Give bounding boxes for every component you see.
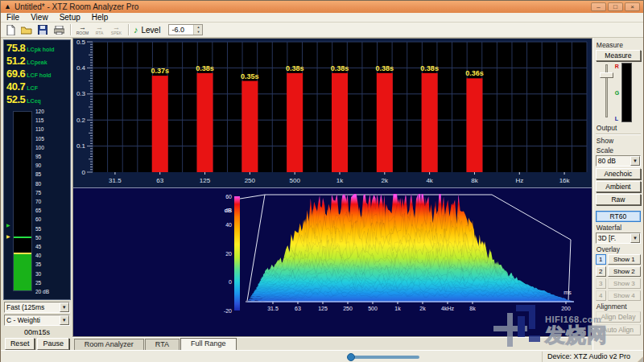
rt60-bar-chart[interactable]: 00.10.20.30.40.531.5631252505001k2k4k8kH… <box>73 39 592 187</box>
meter-scale-label: 70 <box>35 199 41 204</box>
meter-peak-line <box>14 237 31 238</box>
y-axis-label: 0.2 <box>76 117 86 124</box>
mode-spek-button[interactable]: → SPEK <box>109 23 124 36</box>
menu-bar: File View Setup Help <box>1 13 643 23</box>
x-axis-label: 250 <box>244 177 255 184</box>
chevron-down-icon[interactable]: ▼ <box>630 156 640 166</box>
meter-scale-label: 120 <box>35 109 44 114</box>
rt60-bar <box>287 73 303 172</box>
chevron-down-icon[interactable]: ▼ <box>60 302 69 312</box>
mode-room-button[interactable]: → ROOM <box>75 23 90 36</box>
open-file-button[interactable] <box>19 23 34 36</box>
level-meter-panel: 75.8 LCpk hold 51.2 LCpeak 69.6 LCF hold… <box>1 38 72 350</box>
meter-bar <box>13 111 32 291</box>
waterfall-3d-chart[interactable]: 6040200-20dB31.5631252505001k2k4kHz8k200… <box>73 187 592 336</box>
title-bar: ▲ Untitled* - XTZ Room Analyzer Pro – □ … <box>1 1 643 13</box>
waterfall-mode-select[interactable]: 3D [F. ▼ <box>596 232 641 244</box>
response-time-select[interactable]: Fast (125ms ▼ <box>4 302 70 313</box>
rt60-bar <box>421 73 437 172</box>
show-4-button[interactable]: Show 4 <box>608 290 641 301</box>
y-axis-label: 0.5 <box>76 39 86 46</box>
save-button[interactable] <box>35 23 50 36</box>
scale-select[interactable]: 80 dB ▼ <box>596 155 641 167</box>
output-slider[interactable] <box>597 63 615 122</box>
rt60-bar <box>152 76 168 172</box>
toolbar: → ROOM → RTA → SPEK ♪ Level -6.0 ▲ ▼ <box>1 23 643 38</box>
tab-rta[interactable]: RTA <box>145 339 180 350</box>
menu-view[interactable]: View <box>25 13 54 23</box>
rt60-bar <box>332 73 348 172</box>
meter-letter-l: L <box>615 116 621 121</box>
meter-scale-label: 90 <box>35 162 41 168</box>
chevron-down-icon[interactable]: ▼ <box>630 233 640 243</box>
overlay-2-button[interactable]: 2 <box>596 266 606 277</box>
x-axis-label: 63 <box>156 177 163 184</box>
overlay-3-button[interactable]: 3 <box>596 278 606 289</box>
toolbar-separator <box>70 24 71 35</box>
rt60-bar <box>377 73 393 172</box>
pause-button[interactable]: Pause <box>37 338 69 350</box>
weighting-select[interactable]: C - Weighti ▼ <box>4 315 70 326</box>
app-icon: ▲ <box>4 3 11 10</box>
reading-lcpeak: 51.2 LCpeak <box>6 55 69 68</box>
spin-down-icon[interactable]: ▼ <box>194 30 202 35</box>
meter-scale-label: 105 <box>35 136 44 142</box>
overlay-1-button[interactable]: 1 <box>596 254 606 265</box>
auto-align-button[interactable]: Auto Align <box>596 324 641 335</box>
show-2-button[interactable]: Show 2 <box>608 266 641 277</box>
level-icon: ♪ <box>134 25 138 35</box>
meter-scale-label: 40 <box>35 253 41 258</box>
meter-scale-label: 55 <box>35 226 41 232</box>
slider-knob[interactable] <box>347 353 355 361</box>
freq-axis-label: 250 <box>343 306 353 311</box>
db-axis-label: 40 <box>225 222 232 228</box>
menu-setup[interactable]: Setup <box>54 13 86 23</box>
meter-marker-icon: ▶ <box>6 222 10 228</box>
rt60-button[interactable]: RT60 <box>596 211 641 222</box>
new-file-button[interactable] <box>3 23 18 36</box>
window-title: Untitled* - XTZ Room Analyzer Pro <box>14 2 591 11</box>
status-slider[interactable] <box>349 356 419 359</box>
resize-grip-icon[interactable]: ◢ <box>638 356 643 362</box>
scale-label: Scale <box>597 146 641 154</box>
minimize-button[interactable]: – <box>591 2 606 11</box>
meter-scale-label: 85 <box>35 171 41 177</box>
print-button[interactable] <box>52 23 66 36</box>
rt60-bar <box>466 78 482 172</box>
mode-rta-button[interactable]: → RTA <box>92 23 107 36</box>
overlay-4-button[interactable]: 4 <box>596 290 606 301</box>
ambient-button[interactable]: Ambient <box>596 181 641 192</box>
menu-file[interactable]: File <box>1 13 25 23</box>
meter-scale-label: 95 <box>35 154 41 159</box>
raw-button[interactable]: Raw <box>596 194 641 205</box>
align-delay-button[interactable]: Align Delay <box>596 311 641 323</box>
close-button[interactable]: × <box>625 2 640 11</box>
x-axis-label: 2k <box>381 177 388 184</box>
show-1-button[interactable]: Show 1 <box>608 254 641 265</box>
slider-handle[interactable] <box>600 72 613 78</box>
toolbar-separator <box>128 24 129 35</box>
y-axis-label: 0.4 <box>76 64 86 72</box>
color-scale-bar <box>234 196 240 311</box>
chevron-down-icon[interactable]: ▼ <box>60 315 69 325</box>
db-axis-label: 60 <box>225 194 232 200</box>
tab-room-analyzer[interactable]: Room Analyzer <box>74 339 144 350</box>
level-value[interactable]: -6.0 <box>169 25 193 35</box>
output-label: Output <box>597 124 641 132</box>
rt60-bar-value-label: 0.38s <box>375 64 394 72</box>
anechoic-button[interactable]: Anechoic <box>596 168 641 179</box>
y-axis-label: 0 <box>81 169 85 176</box>
meter-letter-r: R <box>615 64 621 69</box>
menu-help[interactable]: Help <box>86 13 114 23</box>
show-3-button[interactable]: Show 3 <box>608 278 641 289</box>
meter-scale-label: 45 <box>35 244 41 249</box>
level-label: Level <box>142 26 161 35</box>
level-spinner[interactable]: -6.0 ▲ ▼ <box>168 24 203 35</box>
meter-letter-g: G <box>615 90 621 96</box>
measure-button[interactable]: Measure <box>596 50 641 61</box>
x-axis-label: 16k <box>559 177 570 184</box>
tab-full-range[interactable]: Full Range <box>180 338 237 350</box>
maximize-button[interactable]: □ <box>608 2 623 11</box>
freq-axis-label: 8k <box>469 306 476 311</box>
reset-button[interactable]: Reset <box>5 338 35 350</box>
